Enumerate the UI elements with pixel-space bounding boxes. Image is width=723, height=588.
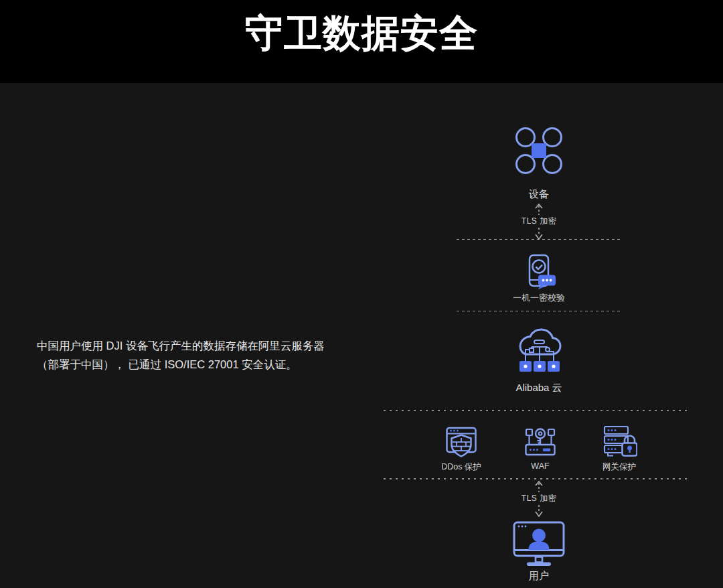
verification-label: 一机一密校验 — [513, 292, 565, 304]
waf-label: WAF — [531, 461, 549, 471]
cloud-label: Alibaba 云 — [515, 382, 562, 394]
gateway-protection-node: 网关保护 — [579, 425, 659, 473]
page: 守卫数据安全 中国用户使用 DJI 设备飞行产生的数据存储在阿里云服务器 （部署… — [0, 0, 723, 588]
hero-header: 守卫数据安全 — [0, 0, 723, 83]
intro-line-2: （部署于中国）， 已通过 ISO/IEC 27001 安全认证。 — [37, 355, 325, 374]
arrow-up-icon — [534, 480, 544, 492]
user-label: 用户 — [529, 570, 549, 583]
server-lock-icon — [601, 425, 637, 458]
dashed-divider — [457, 311, 621, 311]
arrow-down-icon — [534, 228, 544, 240]
firewall-shield-icon — [445, 425, 478, 458]
dashed-divider — [384, 410, 690, 411]
gateway-label: 网关保护 — [602, 461, 636, 473]
content-section: 中国用户使用 DJI 设备飞行产生的数据存储在阿里云服务器 （部署于中国）， 已… — [0, 83, 723, 588]
cloud-server-icon — [515, 327, 563, 374]
device-label: 设备 — [529, 188, 549, 201]
tls-encryption-link-bottom: TLS 加密 — [499, 480, 579, 517]
tls-top-label: TLS 加密 — [521, 216, 556, 227]
dashed-divider — [384, 478, 690, 480]
waf-node: WAF — [500, 425, 580, 471]
waf-key-router-icon — [524, 425, 557, 457]
page-title: 守卫数据安全 — [0, 0, 723, 60]
intro-line-1: 中国用户使用 DJI 设备飞行产生的数据存储在阿里云服务器 — [37, 336, 325, 355]
user-monitor-icon — [513, 521, 565, 567]
drone-icon — [514, 126, 564, 175]
ddos-protection-node: DDos 保护 — [421, 425, 501, 473]
dashed-divider — [457, 239, 621, 240]
arrow-up-icon — [534, 203, 544, 215]
tls-bottom-label: TLS 加密 — [521, 493, 556, 504]
arrow-down-icon — [534, 505, 544, 517]
tls-encryption-link-top: TLS 加密 — [499, 203, 579, 240]
ddos-label: DDos 保护 — [441, 461, 481, 473]
intro-text: 中国用户使用 DJI 设备飞行产生的数据存储在阿里云服务器 （部署于中国）， 已… — [37, 336, 325, 374]
phone-verify-icon — [521, 254, 557, 291]
